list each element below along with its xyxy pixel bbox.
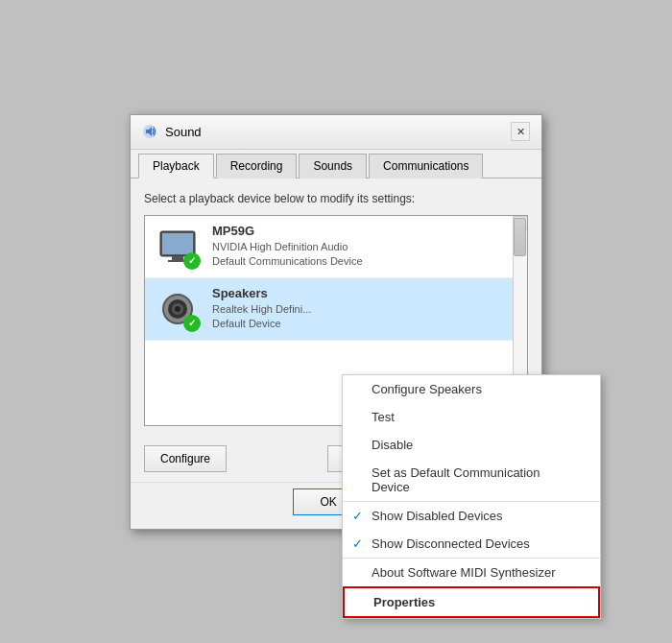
device-info-mp59g: MP59G NVIDIA High Definition AudioDefaul…: [212, 224, 517, 270]
ctx-show-disabled[interactable]: ✓ Show Disabled Devices: [343, 501, 600, 530]
ctx-test[interactable]: Test: [343, 403, 600, 431]
device-info-speakers: Speakers Realtek High Defini...Default D…: [212, 286, 517, 332]
tab-recording[interactable]: Recording: [216, 154, 298, 179]
ctx-set-default-comm-label: Set as Default Communication Device: [372, 465, 581, 494]
device-badge-mp59g: ✓: [183, 252, 201, 270]
configure-button[interactable]: Configure: [144, 445, 227, 472]
ctx-set-default-comm[interactable]: Set as Default Communication Device: [343, 459, 600, 501]
ctx-show-disconnected[interactable]: ✓ Show Disconnected Devices: [343, 530, 600, 558]
ctx-show-disabled-label: Show Disabled Devices: [372, 509, 503, 523]
device-item-speakers[interactable]: ✓ Speakers Realtek High Defini...Default…: [145, 278, 527, 341]
tab-communications[interactable]: Communications: [369, 154, 483, 179]
sound-title-icon: [142, 124, 157, 139]
device-badge-speakers: ✓: [183, 315, 201, 332]
ctx-configure-speakers[interactable]: Configure Speakers: [343, 375, 600, 403]
ctx-about-midi[interactable]: About Software MIDI Synthesizer: [343, 558, 600, 586]
ctx-show-disabled-check: ✓: [352, 509, 363, 523]
device-name-mp59g: MP59G: [212, 224, 517, 238]
title-left: Sound: [142, 124, 202, 139]
device-item-mp59g[interactable]: ✓ MP59G NVIDIA High Definition AudioDefa…: [145, 216, 527, 278]
ctx-disable-label: Disable: [372, 438, 413, 452]
svg-point-10: [175, 306, 180, 312]
ctx-properties-label: Properties: [373, 595, 435, 609]
device-icon-speakers: ✓: [155, 286, 201, 332]
context-menu: Configure Speakers Test Disable Set as D…: [342, 374, 601, 619]
sound-dialog: Sound ✕ Playback Recording Sounds Commun…: [130, 114, 542, 530]
tab-bar: Playback Recording Sounds Communications: [131, 150, 541, 179]
svg-rect-4: [172, 256, 183, 260]
dialog-title: Sound: [165, 125, 202, 139]
ctx-test-label: Test: [372, 410, 395, 424]
instruction-text: Select a playback device below to modify…: [144, 192, 528, 205]
ctx-about-midi-label: About Software MIDI Synthesizer: [372, 565, 555, 580]
ctx-show-disconnected-label: Show Disconnected Devices: [372, 536, 530, 551]
tab-sounds[interactable]: Sounds: [299, 154, 367, 179]
device-name-speakers: Speakers: [212, 286, 517, 300]
scrollbar-thumb[interactable]: [514, 218, 526, 256]
title-bar: Sound ✕: [131, 115, 541, 150]
device-desc-mp59g: NVIDIA High Definition AudioDefault Comm…: [212, 240, 517, 270]
device-icon-mp59g: ✓: [155, 224, 201, 270]
svg-rect-3: [162, 233, 193, 254]
ctx-configure-speakers-label: Configure Speakers: [372, 382, 482, 396]
tab-playback[interactable]: Playback: [138, 154, 214, 179]
ctx-show-disconnected-check: ✓: [352, 536, 363, 551]
ctx-properties[interactable]: Properties: [343, 586, 600, 618]
device-desc-speakers: Realtek High Defini...Default Device: [212, 302, 517, 332]
close-button[interactable]: ✕: [511, 122, 530, 141]
ctx-disable[interactable]: Disable: [343, 431, 600, 459]
